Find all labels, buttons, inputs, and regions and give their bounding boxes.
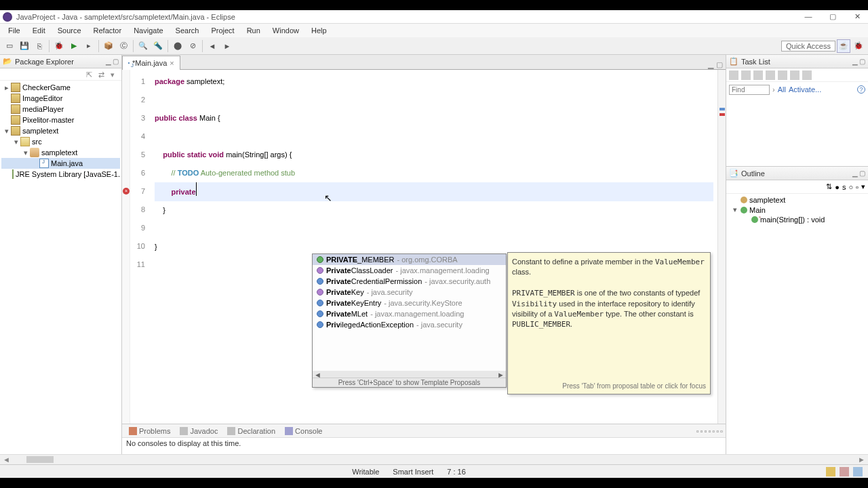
editor-tab-main-java[interactable]: *Main.java × <box>122 56 180 70</box>
save-button[interactable]: 💾 <box>18 39 31 53</box>
new-package-button[interactable]: 📦 <box>102 39 115 53</box>
maximize-button[interactable]: ▢ <box>825 12 841 21</box>
package-tree[interactable]: ▸CheckerGameImageEditormediaPlayerPixeli… <box>0 81 121 454</box>
search-button[interactable]: 🔦 <box>151 39 165 53</box>
task-find-input[interactable] <box>729 85 770 95</box>
outline-hide-nonpublic-button[interactable]: ○ <box>848 183 853 191</box>
bottom-tab-problems[interactable]: Problems <box>125 427 174 435</box>
tree-item-imageeditor[interactable]: ImageEditor <box>1 93 120 104</box>
error-marker[interactable]: × <box>123 188 130 195</box>
outline-menu-button[interactable]: ▾ <box>861 182 865 191</box>
menu-help[interactable]: Help <box>306 25 332 36</box>
task-sync-button[interactable] <box>766 70 775 80</box>
view-minimize-button[interactable]: ▁ <box>106 58 111 65</box>
view-menu-button[interactable]: ▾ <box>111 70 119 79</box>
outline-hide-local-button[interactable]: ▫ <box>856 183 859 191</box>
new-button[interactable]: ▭ <box>3 39 16 53</box>
menu-navigate[interactable]: Navigate <box>128 25 168 36</box>
tree-item-sampletext[interactable]: ▾sampletext <box>1 147 120 158</box>
editor-maximize-button[interactable]: ▢ <box>716 60 723 69</box>
tree-item-jre-system-library--javase-1-[interactable]: JRE System Library [JavaSE-1. <box>1 169 120 180</box>
menu-run[interactable]: Run <box>241 25 266 36</box>
console-pin-button[interactable]: ▫ <box>696 427 699 435</box>
task-all-link[interactable]: All <box>778 85 786 94</box>
toggle-breakpoint-button[interactable]: ⬤ <box>171 39 184 53</box>
javadoc-popup[interactable]: Constant to define a private member in t… <box>507 252 711 394</box>
link-editor-button[interactable]: ⇄ <box>98 70 106 79</box>
console-menu-button[interactable]: ▫ <box>712 427 715 435</box>
bottom-tab-javadoc[interactable]: Javadoc <box>176 427 222 435</box>
new-class-button[interactable]: Ⓒ <box>117 39 130 53</box>
task-activate-link[interactable]: Activate... <box>789 85 821 94</box>
perspective-java-button[interactable]: ☕ <box>837 39 850 53</box>
console-clear-button[interactable]: ▫ <box>701 427 703 435</box>
tree-item-mediaplayer[interactable]: mediaPlayer <box>1 104 120 115</box>
view-maximize-button[interactable]: ▢ <box>859 169 865 177</box>
debug-button[interactable]: 🐞 <box>52 39 66 53</box>
overview-mark-info[interactable] <box>719 108 725 110</box>
close-button[interactable]: ✕ <box>849 12 865 21</box>
tab-close-button[interactable]: × <box>170 59 174 67</box>
outline-hide-fields-button[interactable]: ● <box>835 183 840 191</box>
autocomplete-item[interactable]: PrivateCredentialPermission - javax.secu… <box>313 276 506 287</box>
task-focus-button[interactable] <box>790 70 800 80</box>
tree-item-sampletext[interactable]: ▾sampletext <box>1 125 120 136</box>
menu-search[interactable]: Search <box>170 25 205 36</box>
task-categorize-button[interactable] <box>741 70 751 80</box>
view-minimize-button[interactable]: ▁ <box>852 169 858 177</box>
menu-file[interactable]: File <box>3 25 26 36</box>
outline-tree[interactable]: sampletext▾Mainmain(String[]) : void <box>726 194 868 454</box>
outline-item[interactable]: main(String[]) : void <box>729 215 865 224</box>
quick-access[interactable]: Quick Access <box>781 41 835 52</box>
view-maximize-button[interactable]: ▢ <box>859 58 865 65</box>
console-open-button[interactable]: ▫ <box>708 427 711 435</box>
tree-item-checkergame[interactable]: ▸CheckerGame <box>1 82 120 93</box>
outline-hide-static-button[interactable]: s <box>842 183 846 191</box>
tree-item-src[interactable]: ▾src <box>1 136 120 147</box>
perspective-debug-button[interactable]: 🐞 <box>852 39 865 53</box>
task-collapse-button[interactable] <box>778 70 787 80</box>
autocomplete-item[interactable]: PrivilegedActionException - java.securit… <box>313 319 506 330</box>
overview-ruler[interactable] <box>717 70 726 424</box>
overview-mark-error[interactable] <box>719 113 725 116</box>
outline-item[interactable]: ▾Main <box>729 205 865 215</box>
forward-button[interactable]: ► <box>220 39 234 53</box>
status-icon-2[interactable] <box>840 467 849 476</box>
editor-minimize-button[interactable]: ▁ <box>708 60 713 69</box>
tree-item-pixelitor-master[interactable]: Pixelitor-master <box>1 115 120 125</box>
view-minimize-button[interactable]: ▁ <box>852 58 858 65</box>
autocomplete-item[interactable]: PrivateKey - java.security <box>313 287 506 298</box>
collapse-all-button[interactable]: ⇱ <box>86 70 94 79</box>
autocomplete-item[interactable]: PrivateKeyEntry - java.security.KeyStore <box>313 298 506 308</box>
open-type-button[interactable]: 🔍 <box>136 39 150 53</box>
bottom-tab-declaration[interactable]: Declaration <box>223 427 279 435</box>
console-max-button[interactable]: ▫ <box>720 427 723 435</box>
horizontal-scrollbar[interactable]: ◄ ► <box>0 454 868 464</box>
outline-item[interactable]: sampletext <box>729 195 865 205</box>
menu-edit[interactable]: Edit <box>27 25 51 36</box>
task-new-button[interactable] <box>729 70 738 80</box>
back-button[interactable]: ◄ <box>205 39 219 53</box>
menu-window[interactable]: Window <box>267 25 304 36</box>
run-button[interactable]: ▶ <box>67 39 81 53</box>
menu-refactor[interactable]: Refactor <box>88 25 127 36</box>
console-scroll-button[interactable]: ▫ <box>704 427 707 435</box>
minimize-button[interactable]: — <box>800 12 816 21</box>
status-icon-1[interactable] <box>826 467 835 476</box>
task-menu-button[interactable] <box>802 70 812 80</box>
skip-breakpoints-button[interactable]: ⊘ <box>186 39 199 53</box>
tree-item-main-java[interactable]: Main.java <box>1 158 120 169</box>
autocomplete-item[interactable]: PrivateClassLoader - javax.management.lo… <box>313 265 506 276</box>
menu-source[interactable]: Source <box>52 25 87 36</box>
outline-sort-button[interactable]: ⇅ <box>826 182 832 191</box>
run-last-button[interactable]: ▸ <box>82 39 96 53</box>
autocomplete-popup[interactable]: PRIVATE_MEMBER - org.omg.CORBAPrivateCla… <box>312 253 507 388</box>
bottom-tab-console[interactable]: Console <box>281 427 326 435</box>
save-all-button[interactable]: ⎘ <box>33 39 46 53</box>
status-icon-3[interactable] <box>853 467 863 476</box>
console-min-button[interactable]: ▫ <box>716 427 719 435</box>
autocomplete-item[interactable]: PrivateMLet - javax.management.loading <box>313 308 506 319</box>
autocomplete-item[interactable]: PRIVATE_MEMBER - org.omg.CORBA <box>313 254 506 265</box>
menu-project[interactable]: Project <box>205 25 239 36</box>
task-schedule-button[interactable] <box>753 70 763 80</box>
